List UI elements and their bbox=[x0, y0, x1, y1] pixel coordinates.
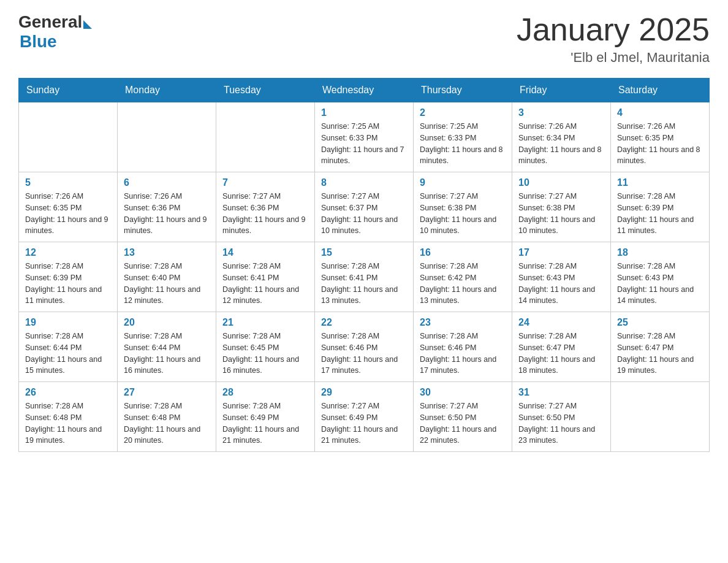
calendar-week-row: 1Sunrise: 7:25 AM Sunset: 6:33 PM Daylig… bbox=[19, 102, 710, 172]
day-info: Sunrise: 7:28 AM Sunset: 6:48 PM Dayligh… bbox=[25, 400, 111, 446]
calendar-week-row: 19Sunrise: 7:28 AM Sunset: 6:44 PM Dayli… bbox=[19, 312, 710, 382]
day-of-week-header: Tuesday bbox=[216, 79, 315, 102]
calendar-day-cell: 11Sunrise: 7:28 AM Sunset: 6:39 PM Dayli… bbox=[611, 172, 710, 242]
day-of-week-header: Thursday bbox=[414, 79, 512, 102]
logo-arrow-icon bbox=[83, 20, 92, 29]
day-number: 30 bbox=[420, 387, 506, 398]
day-number: 28 bbox=[222, 387, 308, 398]
day-number: 22 bbox=[321, 317, 407, 328]
calendar-day-cell: 5Sunrise: 7:26 AM Sunset: 6:35 PM Daylig… bbox=[19, 172, 118, 242]
calendar-day-cell: 28Sunrise: 7:28 AM Sunset: 6:49 PM Dayli… bbox=[216, 382, 315, 452]
calendar-day-cell: 23Sunrise: 7:28 AM Sunset: 6:46 PM Dayli… bbox=[414, 312, 512, 382]
day-number: 5 bbox=[25, 177, 111, 188]
day-number: 31 bbox=[518, 387, 604, 398]
day-number: 6 bbox=[124, 177, 210, 188]
calendar-day-cell bbox=[118, 102, 216, 172]
day-number: 12 bbox=[25, 247, 111, 258]
month-title: January 2025 bbox=[517, 12, 710, 47]
day-number: 21 bbox=[222, 317, 308, 328]
day-number: 25 bbox=[617, 317, 703, 328]
day-number: 29 bbox=[321, 387, 407, 398]
calendar-day-cell: 18Sunrise: 7:28 AM Sunset: 6:43 PM Dayli… bbox=[611, 242, 710, 312]
day-info: Sunrise: 7:26 AM Sunset: 6:34 PM Dayligh… bbox=[518, 121, 604, 167]
calendar-day-cell bbox=[19, 102, 118, 172]
calendar-day-cell: 4Sunrise: 7:26 AM Sunset: 6:35 PM Daylig… bbox=[611, 102, 710, 172]
day-info: Sunrise: 7:27 AM Sunset: 6:50 PM Dayligh… bbox=[420, 400, 506, 446]
day-of-week-header: Wednesday bbox=[315, 79, 414, 102]
day-info: Sunrise: 7:28 AM Sunset: 6:46 PM Dayligh… bbox=[420, 331, 506, 377]
calendar-table: SundayMondayTuesdayWednesdayThursdayFrid… bbox=[18, 78, 710, 452]
day-info: Sunrise: 7:27 AM Sunset: 6:38 PM Dayligh… bbox=[420, 191, 506, 237]
day-of-week-header: Saturday bbox=[611, 79, 710, 102]
day-info: Sunrise: 7:28 AM Sunset: 6:39 PM Dayligh… bbox=[617, 191, 703, 237]
day-number: 9 bbox=[420, 177, 506, 188]
day-number: 20 bbox=[124, 317, 210, 328]
day-number: 26 bbox=[25, 387, 111, 398]
day-info: Sunrise: 7:26 AM Sunset: 6:35 PM Dayligh… bbox=[617, 121, 703, 167]
calendar-week-row: 5Sunrise: 7:26 AM Sunset: 6:35 PM Daylig… bbox=[19, 172, 710, 242]
day-number: 27 bbox=[124, 387, 210, 398]
calendar-day-cell: 26Sunrise: 7:28 AM Sunset: 6:48 PM Dayli… bbox=[19, 382, 118, 452]
day-info: Sunrise: 7:28 AM Sunset: 6:47 PM Dayligh… bbox=[617, 331, 703, 377]
day-info: Sunrise: 7:27 AM Sunset: 6:37 PM Dayligh… bbox=[321, 191, 407, 237]
day-info: Sunrise: 7:28 AM Sunset: 6:45 PM Dayligh… bbox=[222, 331, 308, 377]
calendar-day-cell: 29Sunrise: 7:27 AM Sunset: 6:49 PM Dayli… bbox=[315, 382, 414, 452]
calendar-day-cell: 7Sunrise: 7:27 AM Sunset: 6:36 PM Daylig… bbox=[216, 172, 315, 242]
day-info: Sunrise: 7:26 AM Sunset: 6:36 PM Dayligh… bbox=[124, 191, 210, 237]
day-number: 3 bbox=[518, 107, 604, 118]
day-info: Sunrise: 7:25 AM Sunset: 6:33 PM Dayligh… bbox=[420, 121, 506, 167]
calendar-day-cell: 25Sunrise: 7:28 AM Sunset: 6:47 PM Dayli… bbox=[611, 312, 710, 382]
day-info: Sunrise: 7:28 AM Sunset: 6:39 PM Dayligh… bbox=[25, 261, 111, 307]
day-info: Sunrise: 7:28 AM Sunset: 6:42 PM Dayligh… bbox=[420, 261, 506, 307]
day-number: 2 bbox=[420, 107, 506, 118]
day-number: 15 bbox=[321, 247, 407, 258]
page-header: General Blue January 2025 'Elb el Jmel, … bbox=[18, 12, 710, 66]
logo-blue-text: Blue bbox=[20, 32, 57, 52]
logo-general-text: General bbox=[18, 12, 82, 32]
day-info: Sunrise: 7:27 AM Sunset: 6:50 PM Dayligh… bbox=[518, 400, 604, 446]
day-info: Sunrise: 7:27 AM Sunset: 6:36 PM Dayligh… bbox=[222, 191, 308, 237]
day-number: 18 bbox=[617, 247, 703, 258]
day-info: Sunrise: 7:28 AM Sunset: 6:44 PM Dayligh… bbox=[25, 331, 111, 377]
day-info: Sunrise: 7:28 AM Sunset: 6:48 PM Dayligh… bbox=[124, 400, 210, 446]
day-info: Sunrise: 7:28 AM Sunset: 6:41 PM Dayligh… bbox=[321, 261, 407, 307]
day-info: Sunrise: 7:28 AM Sunset: 6:41 PM Dayligh… bbox=[222, 261, 308, 307]
calendar-day-cell bbox=[611, 382, 710, 452]
day-info: Sunrise: 7:28 AM Sunset: 6:43 PM Dayligh… bbox=[518, 261, 604, 307]
calendar-week-row: 26Sunrise: 7:28 AM Sunset: 6:48 PM Dayli… bbox=[19, 382, 710, 452]
location-title: 'Elb el Jmel, Mauritania bbox=[517, 50, 710, 66]
day-number: 23 bbox=[420, 317, 506, 328]
calendar-day-cell: 15Sunrise: 7:28 AM Sunset: 6:41 PM Dayli… bbox=[315, 242, 414, 312]
calendar-day-cell: 21Sunrise: 7:28 AM Sunset: 6:45 PM Dayli… bbox=[216, 312, 315, 382]
day-number: 10 bbox=[518, 177, 604, 188]
day-info: Sunrise: 7:27 AM Sunset: 6:38 PM Dayligh… bbox=[518, 191, 604, 237]
day-number: 16 bbox=[420, 247, 506, 258]
calendar-day-cell: 30Sunrise: 7:27 AM Sunset: 6:50 PM Dayli… bbox=[414, 382, 512, 452]
day-number: 1 bbox=[321, 107, 407, 118]
day-number: 14 bbox=[222, 247, 308, 258]
calendar-day-cell: 8Sunrise: 7:27 AM Sunset: 6:37 PM Daylig… bbox=[315, 172, 414, 242]
calendar-day-cell: 20Sunrise: 7:28 AM Sunset: 6:44 PM Dayli… bbox=[118, 312, 216, 382]
day-number: 4 bbox=[617, 107, 703, 118]
day-of-week-header: Monday bbox=[118, 79, 216, 102]
day-number: 24 bbox=[518, 317, 604, 328]
day-of-week-header: Friday bbox=[512, 79, 611, 102]
calendar-day-cell: 19Sunrise: 7:28 AM Sunset: 6:44 PM Dayli… bbox=[19, 312, 118, 382]
day-info: Sunrise: 7:28 AM Sunset: 6:47 PM Dayligh… bbox=[518, 331, 604, 377]
day-info: Sunrise: 7:25 AM Sunset: 6:33 PM Dayligh… bbox=[321, 121, 407, 167]
day-info: Sunrise: 7:28 AM Sunset: 6:43 PM Dayligh… bbox=[617, 261, 703, 307]
day-number: 11 bbox=[617, 177, 703, 188]
calendar-day-cell: 2Sunrise: 7:25 AM Sunset: 6:33 PM Daylig… bbox=[414, 102, 512, 172]
logo: General Blue bbox=[18, 12, 92, 52]
calendar-day-cell: 13Sunrise: 7:28 AM Sunset: 6:40 PM Dayli… bbox=[118, 242, 216, 312]
day-number: 8 bbox=[321, 177, 407, 188]
day-info: Sunrise: 7:28 AM Sunset: 6:40 PM Dayligh… bbox=[124, 261, 210, 307]
calendar-day-cell: 17Sunrise: 7:28 AM Sunset: 6:43 PM Dayli… bbox=[512, 242, 611, 312]
calendar-day-cell: 3Sunrise: 7:26 AM Sunset: 6:34 PM Daylig… bbox=[512, 102, 611, 172]
calendar-day-cell: 31Sunrise: 7:27 AM Sunset: 6:50 PM Dayli… bbox=[512, 382, 611, 452]
day-info: Sunrise: 7:26 AM Sunset: 6:35 PM Dayligh… bbox=[25, 191, 111, 237]
calendar-day-cell: 6Sunrise: 7:26 AM Sunset: 6:36 PM Daylig… bbox=[118, 172, 216, 242]
day-info: Sunrise: 7:27 AM Sunset: 6:49 PM Dayligh… bbox=[321, 400, 407, 446]
calendar-day-cell: 24Sunrise: 7:28 AM Sunset: 6:47 PM Dayli… bbox=[512, 312, 611, 382]
calendar-day-cell: 12Sunrise: 7:28 AM Sunset: 6:39 PM Dayli… bbox=[19, 242, 118, 312]
